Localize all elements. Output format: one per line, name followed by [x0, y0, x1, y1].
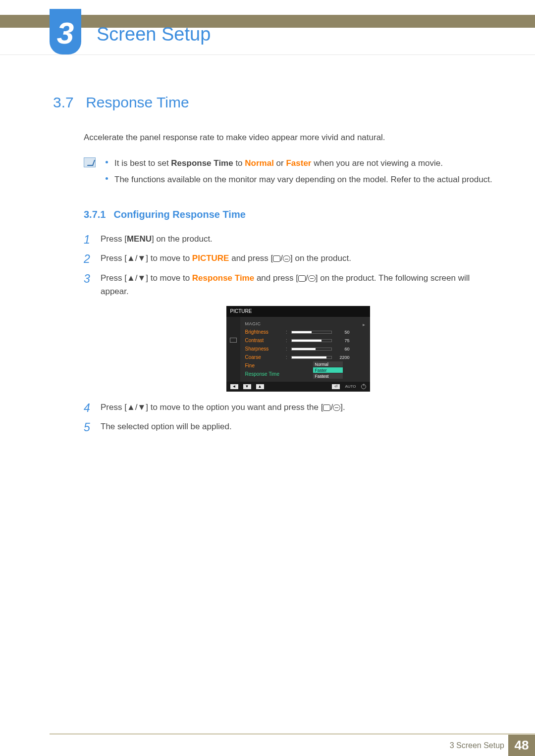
- osd-colon: :: [285, 328, 288, 336]
- note-item-1: It is best to set Response Time to Norma…: [104, 156, 492, 170]
- step-1: Press [MENU] on the product.: [84, 232, 495, 246]
- osd-value: 50: [335, 329, 350, 336]
- chapter-badge: 3: [50, 9, 81, 54]
- osd-label: Contrast: [245, 337, 282, 345]
- step-2: Press [▲/▼] to move to PICTURE and press…: [84, 252, 495, 265]
- osd-left-column: [226, 317, 240, 382]
- step-text: and press [: [254, 273, 298, 283]
- osd-main: ▸ MAGIC Brightness : 50 Contrast :: [240, 317, 370, 382]
- osd-value: 2200: [335, 354, 350, 361]
- osd-value: 60: [335, 346, 350, 353]
- osd-row-fine: Fine: [245, 362, 365, 370]
- note-block: It is best to set Response Time to Norma…: [84, 156, 495, 189]
- chapter-number: 3: [57, 18, 74, 49]
- osd-slider: [291, 356, 332, 359]
- step-text: and press [: [229, 253, 273, 263]
- step-3: Press [▲/▼] to move to Response Time and…: [84, 271, 495, 392]
- osd-label: Fine: [245, 362, 282, 370]
- osd-row-coarse: Coarse : 2200: [245, 353, 365, 362]
- page-footer: 3 Screen Setup 48: [0, 733, 535, 756]
- note-text: to: [233, 158, 245, 168]
- osd-arrow-right-icon: ▸: [363, 321, 365, 329]
- enter-button-icon: [333, 404, 340, 411]
- osd-slider: [291, 331, 332, 334]
- page-content: 3.7 Response Time Accelerate the panel r…: [53, 94, 495, 439]
- osd-back-icon: ◄: [230, 384, 238, 389]
- osd-slider: [291, 348, 332, 351]
- note-icon: [84, 157, 96, 167]
- osd-row-brightness: Brightness : 50: [245, 328, 365, 337]
- osd-body: ▸ MAGIC Brightness : 50 Contrast :: [226, 317, 370, 382]
- osd-mode-icon: [230, 338, 237, 343]
- osd-up-icon: ▲: [256, 384, 264, 389]
- chapter-title: Screen Setup: [97, 24, 211, 45]
- osd-footer: ◄ ▼ ▲ ⏎ AUTO: [226, 382, 370, 392]
- osd-value: 75: [335, 337, 350, 344]
- note-orange: Normal: [245, 158, 274, 168]
- section-number: 3.7: [53, 94, 74, 111]
- osd-slider-fill: [292, 340, 321, 342]
- note-text: It is best to set: [114, 158, 171, 168]
- osd-option-faster: Faster: [313, 367, 343, 373]
- step-5: The selected option will be applied.: [84, 420, 495, 433]
- note-bold: Response Time: [171, 158, 233, 168]
- osd-colon: :: [285, 353, 288, 361]
- osd-label: Coarse: [245, 353, 282, 361]
- footer-divider: [50, 733, 535, 735]
- osd-dropdown: Normal Faster Fastest: [313, 361, 343, 379]
- osd-colon: :: [285, 337, 288, 345]
- osd-row-response-time: Response Time: [245, 370, 365, 379]
- footer-chapter-label: 3 Screen Setup: [450, 741, 504, 750]
- rect-button-icon: [298, 275, 306, 282]
- menu-label: MENU: [127, 234, 152, 244]
- note-text: when you are not viewing a movie.: [311, 158, 443, 168]
- osd-slider-fill: [292, 348, 316, 350]
- note-text: or: [274, 158, 286, 168]
- osd-row-contrast: Contrast : 75: [245, 337, 365, 345]
- subsection-heading: 3.7.1 Configuring Response Time: [84, 209, 495, 220]
- step-text: Press [: [101, 234, 127, 244]
- steps-list: Press [MENU] on the product. Press [▲/▼]…: [84, 232, 495, 433]
- osd-auto-label: AUTO: [345, 384, 356, 390]
- osd-slider-fill: [292, 331, 312, 333]
- section-heading: 3.7 Response Time: [53, 94, 495, 111]
- section-title: Response Time: [86, 94, 189, 111]
- response-time-label: Response Time: [192, 273, 254, 283]
- enter-button-icon: [308, 275, 316, 282]
- rect-button-icon: [323, 404, 330, 411]
- note-item-2: The functions available on the monitor m…: [104, 173, 492, 186]
- step-4: Press [▲/▼] to move to the option you wa…: [84, 401, 495, 414]
- subsection-number: 3.7.1: [84, 209, 106, 220]
- osd-colon: :: [285, 345, 288, 353]
- enter-button-icon: [283, 255, 290, 262]
- picture-label: PICTURE: [192, 253, 229, 263]
- osd-slider-fill: [292, 356, 326, 358]
- osd-power-icon: [361, 384, 366, 389]
- step-text: Press [▲/▼] to move to: [101, 253, 192, 263]
- osd-enter-icon: ⏎: [332, 384, 340, 389]
- footer-page-number: 48: [508, 735, 535, 756]
- osd-title: PICTURE: [226, 306, 370, 317]
- step-text: ] on the product.: [290, 253, 351, 263]
- osd-magic-label: MAGIC: [245, 320, 282, 327]
- step-text: ] on the product.: [152, 234, 213, 244]
- note-orange: Faster: [286, 158, 311, 168]
- osd-label-active: Response Time: [245, 370, 282, 378]
- osd-row-sharpness: Sharpness : 60: [245, 345, 365, 353]
- osd-down-icon: ▼: [243, 384, 251, 389]
- osd-option-fastest: Fastest: [313, 373, 343, 379]
- intro-paragraph: Accelerate the panel response rate to ma…: [84, 132, 495, 144]
- step-text: ].: [340, 403, 345, 412]
- subsection-title: Configuring Response Time: [113, 209, 245, 220]
- note-list: It is best to set Response Time to Norma…: [104, 156, 492, 189]
- step-text: Press [▲/▼] to move to the option you wa…: [101, 403, 323, 412]
- osd-screenshot: PICTURE ▸ MAGIC Brightness : 50: [226, 306, 370, 392]
- osd-label: Sharpness: [245, 345, 282, 353]
- step-text: Press [▲/▼] to move to: [101, 273, 192, 283]
- rect-button-icon: [273, 255, 280, 262]
- osd-label: Brightness: [245, 328, 282, 336]
- osd-slider: [291, 339, 332, 342]
- osd-option-normal: Normal: [313, 361, 343, 367]
